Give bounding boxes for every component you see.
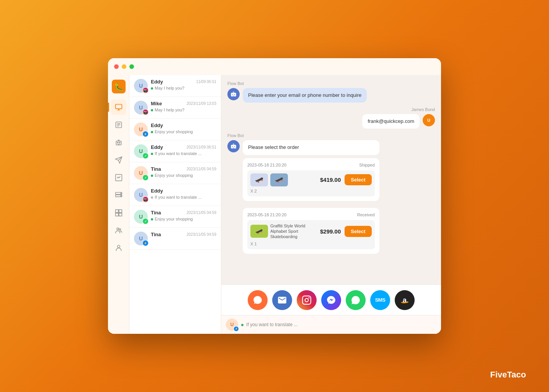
channel-messenger-button[interactable] [321,290,341,310]
order-qty-2: X 1 [250,242,372,246]
msg-sender-label: Flow Bot [227,81,244,86]
order-price-1: $419.00 [320,176,341,183]
nav-item-layout[interactable] [111,205,126,220]
platform-badge-whatsapp: ✓ [142,153,149,159]
svg-rect-18 [119,210,122,213]
conv-content: Tina 2023/11/05 04:59 Enjoy your shoppin… [151,210,216,221]
svg-rect-17 [115,210,118,213]
conv-time: 2023/11/09 13:03 [186,101,216,106]
avatar: U ✓ [134,166,148,180]
platform-badge-whatsapp: ✓ [142,218,149,224]
list-item[interactable]: U 📷 Mike 2023/11/09 13:03 May I help you… [129,97,221,119]
bottom-user-info: U ⚡ If you want to translate ... [226,318,436,331]
msg-group-bot: Flow Bot Please enter [227,81,435,103]
conv-content: Mike 2023/11/09 13:03 May I help you? [151,101,216,112]
conv-content: Eddy 2023/11/09 06:51 If you want to tra… [151,144,216,156]
list-item[interactable]: U ⚡ Tina 2023/11/05 04:59 [129,228,221,250]
channel-whatsapp-button[interactable] [346,290,366,310]
conv-time: 11/09 06:51 [196,80,216,84]
conv-header: Tina 2023/11/05 04:59 [151,232,216,237]
platform-badge-messenger: ⚡ [142,131,149,137]
sidebar-icons: 🐛 [108,75,129,334]
title-bar [108,58,441,75]
order-details: 🛹 🛹 $419.00 Select X 2 [247,170,375,196]
bottom-preview-bar: U ⚡ If you want to translate ... [221,315,441,334]
order-price-2: $299.00 [320,228,341,235]
svg-rect-2 [115,105,122,109]
brand-name: FiveTaco [490,370,526,380]
conv-header: Tina 2023/11/05 04:59 [151,210,216,216]
select-button-1[interactable]: Select [345,174,371,185]
svg-rect-30 [302,296,311,304]
channel-sms-button[interactable]: SMS [370,290,390,310]
status-dot [151,196,153,199]
msg-group-user: James Bond U frank@quickcep.com [227,107,435,129]
conv-preview: If you want to translate ... [151,151,216,156]
conv-header: Eddy 11/09 06:51 [151,79,216,85]
order-item-header: 2023-05-18 21:20:20 Shipped [247,163,375,167]
order-status: Received [357,212,375,217]
chat-area: Flow Bot Please enter [221,75,441,334]
nav-item-storage[interactable] [111,188,126,203]
conv-header: Eddy [151,122,216,128]
conv-header: Mike 2023/11/09 13:03 [151,101,216,106]
app-body: 🐛 [108,75,441,334]
status-dot [241,324,243,326]
nav-item-notes[interactable] [111,117,126,132]
channel-chat-button[interactable] [248,290,268,310]
list-item[interactable]: U 📷 Eddy 11/09 06:51 May I help you? [129,75,221,97]
chat-messages: Flow Bot Please enter [221,75,441,284]
status-dot [151,175,153,177]
bottom-preview-text: If you want to translate ... [241,322,297,327]
conv-time: 2023/11/05 04:59 [186,211,216,215]
conv-content: Tina 2023/11/05 04:59 Enjoy your shoppin… [151,166,216,178]
nav-item-person[interactable] [111,240,126,256]
list-item[interactable]: U 📷 Eddy If you want to translate ... [129,184,221,206]
nav-item-bot[interactable] [111,135,126,150]
nav-item-chat[interactable] [111,100,126,115]
conv-preview: May I help you? [151,108,216,112]
svg-text:🐛: 🐛 [114,82,123,91]
select-button-2[interactable]: Select [345,226,371,237]
svg-point-8 [117,142,118,144]
app-logo[interactable]: 🐛 [112,80,126,93]
nav-item-team[interactable] [111,223,126,238]
msg-group-bot-orders: Flow Bot [227,133,435,258]
conv-content: Tina 2023/11/05 04:59 [151,232,216,238]
bot-avatar [227,88,240,100]
svg-point-31 [305,298,309,302]
channel-instagram-button[interactable] [297,290,317,310]
conv-name: Eddy [151,79,163,85]
channel-amazon-button[interactable]: a [395,290,415,310]
status-dot [151,131,153,133]
close-button[interactable] [114,64,119,69]
conv-header: Tina 2023/11/05 04:59 [151,166,216,172]
status-dot [151,109,153,111]
avatar: U ⚡ [134,122,148,136]
avatar: U ⚡ [134,232,148,245]
bot-bubble: Please enter your email or phone number … [243,88,367,103]
maximize-button[interactable] [129,64,134,69]
traffic-lights [114,64,134,69]
platform-badge-whatsapp: ✓ [142,175,149,181]
svg-point-16 [121,196,121,196]
list-item[interactable]: U ⚡ Eddy Enjoy your shopping [129,119,221,140]
status-dot [151,87,153,90]
conv-name: Tina [151,210,161,216]
minimize-button[interactable] [122,64,126,69]
conv-name: Eddy [151,188,163,194]
platform-badge-instagram: 📷 [142,109,149,115]
list-item[interactable]: U ✓ Tina 2023/11/05 04:59 Enjoy your sho… [129,206,221,228]
avatar: U 📷 [134,101,148,114]
list-item[interactable]: U ✓ Tina 2023/11/05 04:59 Enjoy your sho… [129,162,221,184]
order-product-name: Graffiti Style World Alphabet Sport Skat… [270,223,320,240]
nav-item-analytics[interactable] [111,170,126,185]
channel-email-button[interactable] [272,290,292,310]
conv-content: Eddy If you want to translate ... [151,188,216,199]
nav-item-send[interactable] [111,152,126,168]
list-item[interactable]: U ✓ Eddy 2023/11/09 06:51 If you want to… [129,140,221,162]
conv-time: 2023/11/05 04:59 [186,232,216,237]
msg-row: U frank@quickcep.com [362,114,435,129]
conv-preview: Enjoy your shopping [151,217,216,221]
order-image-1b: 🛹 [270,173,288,186]
